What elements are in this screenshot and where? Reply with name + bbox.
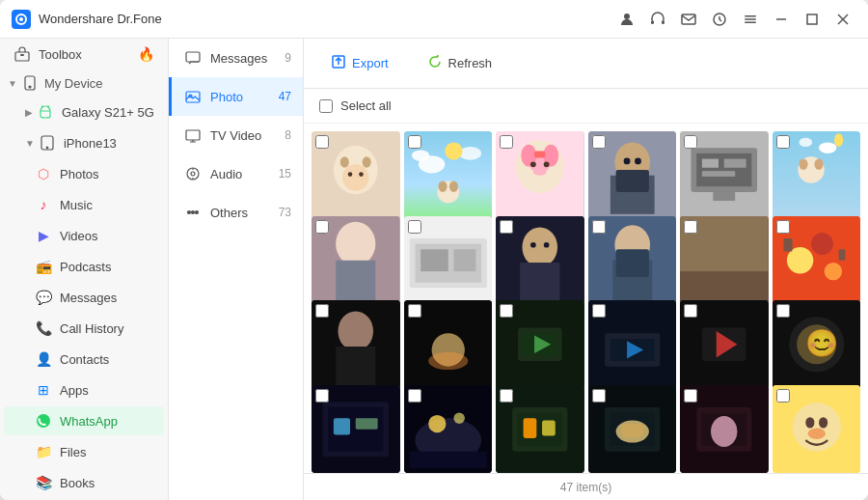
photo-item[interactable] <box>680 131 769 220</box>
photo-grid: 😊 <box>304 124 868 473</box>
photo-checkbox[interactable] <box>500 135 513 149</box>
photo-item[interactable] <box>312 216 400 305</box>
photo-checkbox[interactable] <box>500 389 513 403</box>
sidebar-item-whatsapp[interactable]: WhatsApp <box>4 406 164 435</box>
svg-rect-86 <box>420 249 448 271</box>
mp-messages[interactable]: Messages 9 <box>169 39 303 77</box>
sidebar-item-photos[interactable]: ⬡ Photos <box>4 159 164 188</box>
photo-item[interactable] <box>680 300 769 389</box>
mp-messages-icon <box>183 48 203 68</box>
refresh-button[interactable]: Refresh <box>416 48 504 78</box>
close-button[interactable] <box>829 6 856 33</box>
sidebar-item-contacts[interactable]: 👤 Contacts <box>4 345 164 374</box>
photo-item[interactable] <box>496 131 584 220</box>
svg-rect-104 <box>783 237 792 251</box>
photo-checkbox[interactable] <box>500 220 513 234</box>
sidebar-item-iphone13-group[interactable]: ▼ iPhone13 <box>4 128 164 157</box>
photo-item[interactable]: 😊 <box>773 300 861 389</box>
svg-rect-9 <box>745 21 756 23</box>
minimize-button[interactable] <box>768 6 795 33</box>
export-button[interactable]: Export <box>319 48 400 78</box>
photo-item[interactable] <box>496 385 584 474</box>
photo-item[interactable] <box>773 216 861 305</box>
svg-rect-69 <box>724 159 746 168</box>
svg-point-37 <box>340 156 349 167</box>
photo-item[interactable] <box>773 385 861 474</box>
mp-tv-icon <box>183 125 203 145</box>
photo-checkbox[interactable] <box>776 304 790 318</box>
photo-item[interactable] <box>496 300 584 389</box>
svg-rect-23 <box>186 52 200 62</box>
menu-icon[interactable] <box>737 6 764 33</box>
photo-checkbox[interactable] <box>408 389 421 403</box>
photo-checkbox[interactable] <box>315 135 329 149</box>
sidebar-item-toolbox[interactable]: Toolbox 🔥 <box>4 40 164 69</box>
photo-checkbox[interactable] <box>592 389 606 403</box>
photo-item[interactable] <box>312 131 400 220</box>
photo-checkbox[interactable] <box>684 220 697 234</box>
sidebar-item-messages[interactable]: 💬 Messages <box>4 283 164 312</box>
mail-icon[interactable] <box>675 6 702 33</box>
mp-audio-icon <box>183 164 203 183</box>
photo-item[interactable] <box>404 131 493 220</box>
select-all-label[interactable]: Select all <box>319 98 392 113</box>
photo-checkbox[interactable] <box>315 220 329 234</box>
mp-audio[interactable]: Audio 15 <box>169 154 303 193</box>
mp-others[interactable]: Others 73 <box>169 193 303 232</box>
maximize-button[interactable] <box>799 6 826 33</box>
sidebar-item-books[interactable]: 📚 Books <box>4 468 164 497</box>
photo-checkbox[interactable] <box>776 220 790 234</box>
select-all-checkbox[interactable] <box>319 99 333 113</box>
photo-item[interactable] <box>773 131 861 220</box>
videos-icon: ▶ <box>35 227 52 244</box>
photo-checkbox[interactable] <box>684 389 697 403</box>
photo-checkbox[interactable] <box>500 304 513 318</box>
photo-item[interactable] <box>680 216 769 305</box>
svg-rect-146 <box>621 424 643 437</box>
photo-checkbox[interactable] <box>592 304 606 318</box>
svg-rect-70 <box>702 171 735 177</box>
headphone-icon[interactable] <box>644 6 671 33</box>
photo-item[interactable] <box>496 216 584 305</box>
sidebar-item-podcasts[interactable]: 📻 Podcasts <box>4 252 164 281</box>
photo-checkbox[interactable] <box>408 135 421 149</box>
user-icon[interactable] <box>613 6 640 33</box>
photo-checkbox[interactable] <box>776 389 790 403</box>
iphone-icon <box>39 134 56 152</box>
photo-checkbox[interactable] <box>592 220 606 234</box>
svg-point-58 <box>533 169 547 176</box>
photo-item[interactable] <box>312 300 400 389</box>
mp-photo[interactable]: Photo 47 <box>169 77 303 116</box>
photo-item[interactable] <box>588 131 677 220</box>
sidebar-item-files[interactable]: 📁 Files <box>4 437 164 466</box>
photo-item[interactable] <box>404 385 493 474</box>
sidebar-item-galaxy[interactable]: ▶ Galaxy S21+ 5G <box>4 97 164 126</box>
photo-item[interactable] <box>312 385 400 474</box>
sidebar-group-my-device[interactable]: ▼ My Device <box>0 69 168 97</box>
photo-checkbox[interactable] <box>408 220 421 234</box>
main-layout: Toolbox 🔥 ▼ My Device ▶ Galaxy S21+ 5G <box>0 39 868 500</box>
photo-item[interactable] <box>588 385 677 474</box>
sidebar-item-videos[interactable]: ▶ Videos <box>4 221 164 250</box>
svg-rect-108 <box>336 347 375 388</box>
clock-icon[interactable] <box>706 6 733 33</box>
photo-item[interactable] <box>404 216 493 305</box>
photo-checkbox[interactable] <box>684 135 697 149</box>
sidebar-item-apps[interactable]: ⊞ Apps <box>4 375 164 404</box>
photo-checkbox[interactable] <box>315 389 329 403</box>
photo-item[interactable] <box>680 385 769 474</box>
window-controls <box>613 6 856 33</box>
photo-checkbox[interactable] <box>684 304 697 318</box>
sidebar-item-call-history[interactable]: 📞 Call History <box>4 314 164 343</box>
mp-tv-video[interactable]: TV Video 8 <box>169 116 303 154</box>
photo-checkbox[interactable] <box>408 304 421 318</box>
photo-item[interactable] <box>588 216 677 305</box>
svg-point-56 <box>530 161 536 167</box>
photo-item[interactable] <box>404 300 493 389</box>
photo-checkbox[interactable] <box>776 135 790 149</box>
select-all-bar: Select all <box>304 89 868 124</box>
photo-item[interactable] <box>588 300 677 389</box>
photo-checkbox[interactable] <box>315 304 329 318</box>
photo-checkbox[interactable] <box>592 135 606 149</box>
sidebar-item-music[interactable]: ♪ Music <box>4 190 164 219</box>
